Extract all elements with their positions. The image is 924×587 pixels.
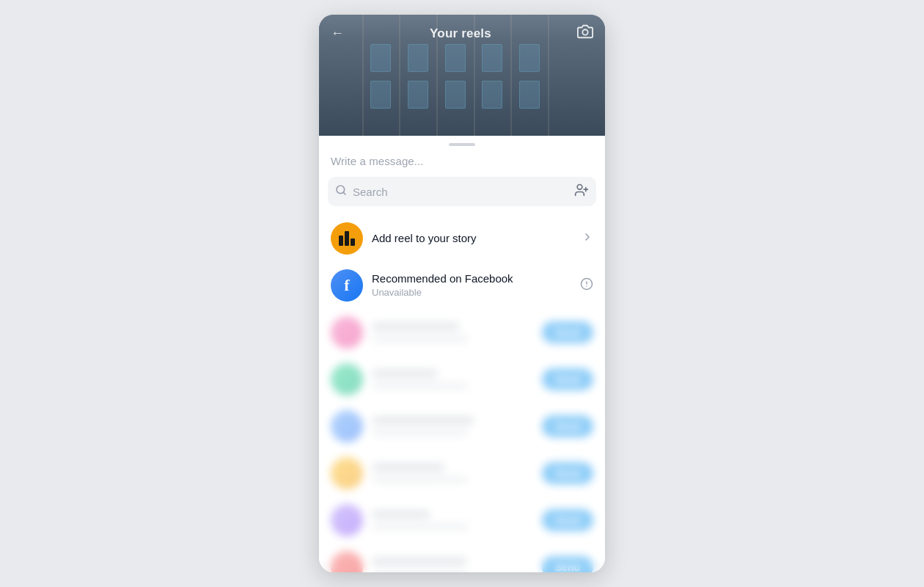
search-left: Search: [335, 184, 568, 199]
search-input-placeholder: Search: [353, 186, 388, 198]
add-person-icon[interactable]: [574, 183, 589, 200]
chevron-right-icon: [582, 231, 593, 246]
message-input-area[interactable]: Write a message...: [319, 149, 605, 177]
top-image-area: ← Your reels: [319, 15, 605, 136]
facebook-avatar: f: [331, 269, 363, 302]
svg-line-2: [343, 192, 345, 194]
back-icon[interactable]: ←: [331, 26, 344, 41]
search-bar-row: Search: [319, 177, 605, 215]
facebook-letter: f: [344, 276, 349, 295]
info-icon[interactable]: [580, 277, 593, 294]
recommended-title: Recommended on Facebook: [372, 271, 571, 286]
add-reel-text: Add reel to your story: [372, 231, 573, 246]
friends-list: Send Send Send: [319, 309, 605, 572]
recommended-facebook-item[interactable]: f Recommended on Facebook Unavailable: [319, 262, 605, 309]
bottom-sheet: Write a message... Search: [319, 136, 605, 572]
list-items: Add reel to your story f Recommended on …: [319, 215, 605, 309]
top-nav: ← Your reels: [319, 15, 605, 52]
message-placeholder: Write a message...: [331, 155, 424, 167]
phone-container: ← Your reels Write a message...: [319, 15, 605, 572]
drag-handle: [449, 143, 475, 146]
add-reel-title: Add reel to your story: [372, 231, 573, 246]
blur-overlay: [319, 309, 605, 572]
camera-icon[interactable]: [577, 23, 593, 43]
recommended-subtitle: Unavailable: [372, 287, 571, 299]
story-bars-icon: [339, 231, 355, 246]
svg-point-0: [582, 29, 587, 34]
search-icon: [335, 184, 347, 199]
story-avatar: [331, 222, 363, 255]
add-reel-story-item[interactable]: Add reel to your story: [319, 215, 605, 262]
recommended-text: Recommended on Facebook Unavailable: [372, 271, 571, 299]
svg-point-3: [577, 185, 582, 190]
page-title: Your reels: [430, 26, 491, 41]
search-bar[interactable]: Search: [328, 177, 596, 206]
